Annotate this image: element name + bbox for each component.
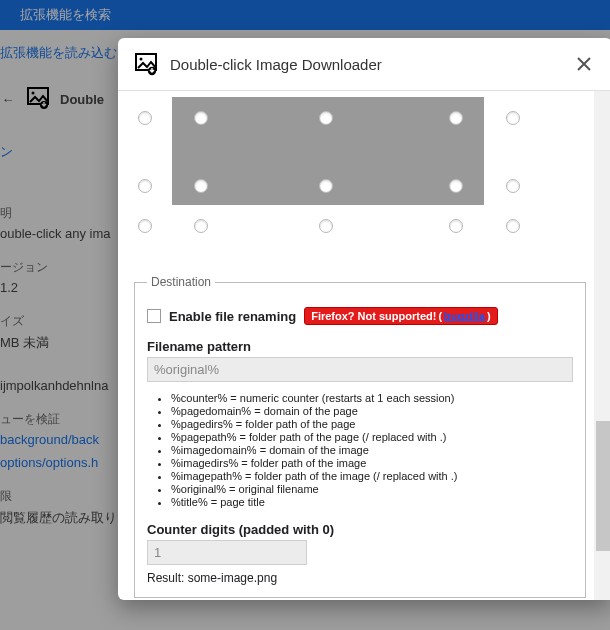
counter-digits-label: Counter digits (padded with 0) — [147, 522, 573, 537]
enable-renaming-checkbox[interactable] — [147, 309, 161, 323]
svg-point-4 — [140, 58, 143, 61]
position-radio[interactable] — [138, 179, 152, 193]
placeholder-item: %title% = page title — [171, 496, 573, 508]
scrollbar-track[interactable] — [594, 91, 610, 600]
placeholder-item: %imagedirs% = folder path of the image — [171, 457, 573, 469]
destination-fieldset: Destination Enable file renaming Firefox… — [134, 275, 586, 598]
position-radio[interactable] — [319, 179, 333, 193]
placeholder-item: %original% = original filename — [171, 483, 573, 495]
position-radio[interactable] — [319, 219, 333, 233]
filename-pattern-label: Filename pattern — [147, 339, 573, 354]
placeholder-item: %pagedomain% = domain of the page — [171, 405, 573, 417]
position-radio[interactable] — [138, 219, 152, 233]
options-modal: Double-click Image Downloader — [118, 38, 610, 600]
destination-legend: Destination — [147, 275, 215, 289]
enable-renaming-label: Enable file renaming — [169, 309, 296, 324]
close-icon — [577, 57, 591, 71]
firefox-warning-badge: Firefox? Not supported! (bugzilla) — [304, 307, 498, 325]
placeholder-list: %counter% = numeric counter (restarts at… — [171, 392, 573, 508]
position-radio[interactable] — [194, 111, 208, 125]
bugzilla-link[interactable]: bugzilla — [444, 310, 485, 322]
modal-title: Double-click Image Downloader — [170, 56, 570, 73]
position-radio[interactable] — [319, 111, 333, 125]
placeholder-item: %imagepath% = folder path of the image (… — [171, 470, 573, 482]
result-preview: Result: some-image.png — [147, 571, 573, 585]
modal-body: Destination Enable file renaming Firefox… — [118, 90, 610, 600]
position-picker — [134, 97, 586, 247]
placeholder-item: %imagedomain% = domain of the image — [171, 444, 573, 456]
position-radio[interactable] — [506, 111, 520, 125]
position-radio[interactable] — [138, 111, 152, 125]
download-image-icon — [132, 50, 160, 78]
position-radio[interactable] — [506, 219, 520, 233]
position-radio[interactable] — [194, 179, 208, 193]
scrollbar-thumb[interactable] — [596, 421, 610, 551]
placeholder-item: %counter% = numeric counter (restarts at… — [171, 392, 573, 404]
close-button[interactable] — [570, 50, 598, 78]
position-radio[interactable] — [449, 111, 463, 125]
position-radio[interactable] — [449, 219, 463, 233]
filename-pattern-input[interactable] — [147, 357, 573, 382]
placeholder-item: %pagedirs% = folder path of the page — [171, 418, 573, 430]
position-radio[interactable] — [449, 179, 463, 193]
placeholder-item: %pagepath% = folder path of the page (/ … — [171, 431, 573, 443]
counter-digits-input[interactable] — [147, 540, 307, 565]
position-radio[interactable] — [194, 219, 208, 233]
modal-header: Double-click Image Downloader — [118, 38, 610, 90]
position-radio[interactable] — [506, 179, 520, 193]
options-scroll-area[interactable]: Destination Enable file renaming Firefox… — [132, 91, 588, 600]
warning-text: Firefox? Not supported! — [311, 310, 436, 322]
